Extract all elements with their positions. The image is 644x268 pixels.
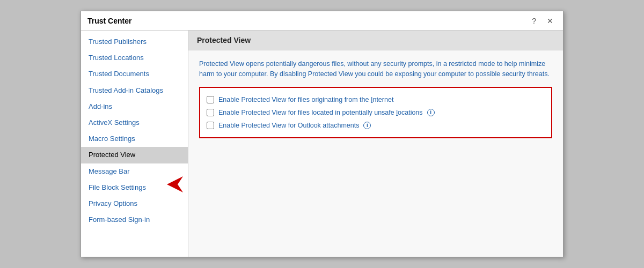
sidebar-item-activex-settings[interactable]: ActiveX Settings	[81, 115, 188, 131]
title-bar: Trust Center ? ✕	[81, 11, 563, 31]
sidebar-item-protected-view[interactable]: Protected View	[81, 147, 188, 163]
content-header: Protected View	[188, 31, 563, 50]
sidebar-item-form-based-signin[interactable]: Form-based Sign-in	[81, 212, 188, 228]
option-row-opt-unsafe-locations: Enable Protected View for files located …	[207, 106, 545, 119]
option-row-opt-outlook: Enable Protected View for Outlook attach…	[207, 119, 545, 132]
checkbox-opt-outlook[interactable]	[207, 122, 214, 129]
options-box: Enable Protected View for files originat…	[199, 87, 552, 138]
sidebar-item-macro-settings[interactable]: Macro Settings	[81, 131, 188, 147]
checkbox-opt-internet[interactable]	[207, 96, 214, 103]
sidebar-item-privacy-options[interactable]: Privacy Options	[81, 196, 188, 212]
sidebar-item-add-ins[interactable]: Add-ins	[81, 99, 188, 115]
close-button[interactable]: ✕	[544, 16, 557, 26]
content-area: Protected View Protected View opens pote…	[188, 31, 563, 257]
option-label-opt-outlook: Enable Protected View for Outlook attach…	[218, 122, 359, 129]
info-icon-opt-outlook[interactable]: i	[363, 122, 371, 129]
sidebar: Trusted PublishersTrusted LocationsTrust…	[81, 31, 188, 257]
option-label-opt-internet: Enable Protected View for files originat…	[218, 96, 393, 103]
sidebar-item-trusted-locations[interactable]: Trusted Locations	[81, 50, 188, 66]
sidebar-item-trusted-documents[interactable]: Trusted Documents	[81, 66, 188, 82]
title-bar-controls: ? ✕	[529, 16, 557, 26]
sidebar-item-file-block-settings[interactable]: File Block Settings	[81, 180, 188, 196]
dialog-body: Trusted PublishersTrusted LocationsTrust…	[81, 31, 563, 257]
option-label-opt-unsafe-locations: Enable Protected View for files located …	[218, 109, 423, 116]
trust-center-dialog: Trust Center ? ✕ Trusted PublishersTrust…	[80, 11, 564, 257]
sidebar-item-message-bar[interactable]: Message Bar	[81, 163, 188, 180]
dialog-title: Trust Center	[87, 17, 131, 25]
help-button[interactable]: ?	[529, 16, 539, 26]
sidebar-item-trusted-publishers[interactable]: Trusted Publishers	[81, 34, 188, 50]
content-body: Protected View opens potentially dangero…	[188, 50, 563, 147]
option-row-opt-internet: Enable Protected View for files originat…	[207, 93, 545, 106]
info-icon-opt-unsafe-locations[interactable]: i	[427, 109, 435, 116]
checkbox-opt-unsafe-locations[interactable]	[207, 109, 214, 116]
sidebar-item-trusted-addin-catalogs[interactable]: Trusted Add-in Catalogs	[81, 83, 188, 99]
description-text: Protected View opens potentially dangero…	[199, 59, 552, 79]
